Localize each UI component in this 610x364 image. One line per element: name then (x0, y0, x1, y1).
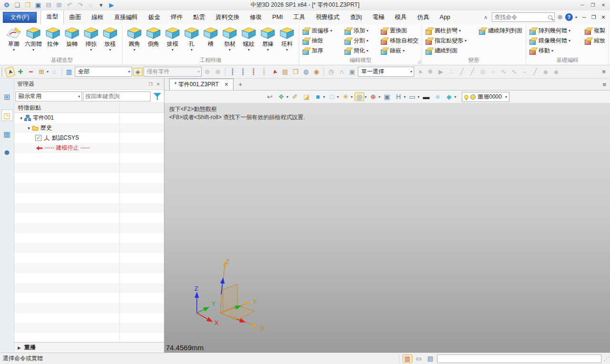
chevron-down-icon[interactable]: ▾ (410, 70, 412, 74)
chevron-down-icon[interactable]: ▾ (337, 95, 339, 99)
cursor-tool-icon[interactable]: ➤ (415, 66, 426, 78)
add-shape-button[interactable]: 添加▾ (344, 27, 380, 35)
cylindrical-bend-button[interactable]: 圓柱折彎▾ (425, 27, 478, 35)
pattern-pick-group[interactable]: ⊞▾ (37, 68, 49, 76)
tab-list-menu-icon[interactable]: ≡ (602, 81, 606, 88)
chevron-down-icon[interactable]: ▾ (330, 29, 332, 33)
tab-mold[interactable]: 模具 (390, 10, 412, 24)
chevron-down-icon[interactable]: ▾ (172, 48, 173, 52)
replay-control-icon[interactable]: ▶ (436, 68, 446, 76)
remove-self-intersection-button[interactable]: 移除自相交 (380, 37, 419, 45)
dimension-display-icon[interactable]: H (394, 92, 403, 101)
chevron-down-icon[interactable]: ▾ (366, 49, 368, 53)
chevron-down-icon[interactable]: ▾ (323, 95, 325, 99)
history-manager-icon[interactable]: ⊞ (1, 91, 13, 102)
tab-tools[interactable]: 工具 (288, 10, 311, 24)
pick-list-next-icon[interactable]: ┋ (249, 68, 258, 76)
exit-environment-icon[interactable]: ↩ (265, 92, 274, 101)
dialog-launcher-icon[interactable]: ◿ (417, 59, 421, 64)
visibility-group[interactable]: ❖▾ (276, 92, 288, 101)
sweep-button[interactable]: 掃掠 ▾ (81, 25, 101, 52)
hole-button[interactable]: 孔 ▾ (182, 25, 201, 52)
offset-face-button[interactable]: 面偏移▾ (302, 27, 344, 35)
window-minimize-icon[interactable]: ─ (578, 1, 587, 10)
tab-sheet-metal[interactable]: 鈑金 (143, 10, 165, 24)
doc-minimize-icon[interactable]: ─ (580, 13, 589, 21)
line-point-icon[interactable]: ╱ (530, 68, 540, 76)
open-file-icon[interactable]: ❒ (23, 1, 32, 10)
tab-point-cloud[interactable]: 點雲 (188, 10, 210, 24)
lasso-pick-icon[interactable]: ◌ (50, 68, 59, 76)
image-frame-icon[interactable]: ▣ (382, 92, 392, 101)
prompt-toggle-icon[interactable]: ▥ (403, 354, 412, 363)
divide-button[interactable]: 分割▾ (344, 37, 380, 45)
qat-options-icon[interactable]: ▾ (96, 1, 106, 10)
add-to-pick-icon[interactable]: ✚ (16, 68, 25, 76)
chevron-down-icon[interactable]: ▾ (404, 95, 406, 99)
eraser-icon[interactable]: ✐ (290, 92, 300, 101)
chevron-down-icon[interactable]: ▾ (551, 49, 553, 53)
doc-restore-icon[interactable]: ❐ (589, 13, 599, 21)
pick-list-last-icon[interactable]: ┋ (259, 68, 269, 76)
document-tab[interactable]: * 零件001.Z3PRT ✕ (169, 79, 234, 90)
section-view-group[interactable]: ✳▾ (341, 92, 353, 101)
shell-button[interactable]: 抽殼 (302, 37, 344, 45)
deform-by-points-button[interactable]: 指定點變形▾ (425, 37, 478, 45)
chevron-down-icon[interactable]: ▾ (267, 48, 269, 52)
wrap-to-face-button[interactable]: 纏繞到面 (425, 47, 478, 55)
new-file-icon[interactable]: ❏ (12, 1, 22, 10)
chevron-down-icon[interactable]: ▾ (78, 94, 80, 99)
toolbar-drag-handle[interactable] (1, 68, 3, 76)
help-icon[interactable]: ? (565, 13, 573, 21)
command-search[interactable] (492, 12, 555, 22)
regenerate-icon[interactable]: ◌ (86, 1, 95, 10)
wireframe-display-group[interactable]: □▾ (327, 92, 339, 101)
checkbox-checked[interactable]: ✓ (35, 135, 41, 141)
chevron-down-icon[interactable]: ▾ (248, 48, 250, 52)
visual-manager-icon[interactable]: ◳ (1, 110, 13, 121)
tab-surface[interactable]: 曲面 (64, 10, 86, 24)
browse-library-icon[interactable]: ◍ (301, 68, 311, 76)
chevron-down-icon[interactable]: ▾ (351, 95, 353, 99)
tab-wireframe[interactable]: 線框 (86, 10, 109, 24)
rib-button[interactable]: 肋材 ▾ (220, 25, 239, 52)
scale-button[interactable]: 縮放 (584, 37, 606, 45)
display-mode-icon[interactable]: ▭ (407, 92, 417, 101)
line-angle-icon[interactable]: ╱ (468, 68, 477, 76)
tab-electrode[interactable]: 電極 (367, 10, 390, 24)
batch-print-icon[interactable]: ⊞ (54, 1, 64, 10)
window-restore-icon[interactable]: ❐ (588, 1, 598, 10)
view-manager-icon[interactable]: ▦ (1, 128, 13, 140)
chevron-down-icon[interactable]: ▾ (286, 95, 288, 99)
print-icon[interactable]: ⊟ (44, 1, 53, 10)
chevron-down-icon[interactable]: ▾ (128, 70, 130, 74)
monitor-toggle-icon[interactable]: ▭ (414, 354, 424, 363)
toolbar-options-icon[interactable]: ≡ (599, 68, 609, 76)
draft-button[interactable]: 拔模 ▾ (163, 25, 182, 52)
circle-boundary-icon[interactable]: ○ (488, 68, 498, 76)
entity-filter-bars-icon[interactable]: ▥ (64, 68, 74, 76)
line-two-point-icon[interactable]: ╱ (457, 68, 467, 76)
section-view-icon[interactable]: ✳ (341, 92, 350, 101)
chevron-down-icon[interactable]: ▾ (32, 48, 34, 52)
tab-direct-edit[interactable]: 直接編輯 (109, 10, 143, 24)
chevron-down-icon[interactable]: ▾ (403, 49, 405, 53)
save-file-icon[interactable]: ▣ (33, 1, 43, 10)
pick-pointer-icon[interactable]: ➤ (269, 66, 280, 78)
filter-funnel-icon[interactable] (153, 93, 161, 100)
chevron-down-icon[interactable]: ▾ (47, 70, 49, 74)
tree-search-input[interactable] (85, 93, 148, 100)
chevron-down-icon[interactable]: ▾ (90, 48, 92, 52)
pattern-geometry-button[interactable]: 陣列幾何體▾ (529, 27, 584, 35)
chevron-down-icon[interactable]: ▾ (569, 39, 570, 43)
command-search-input[interactable] (494, 14, 547, 20)
orient-view-icon[interactable]: ⊕ (368, 92, 378, 101)
tab-pmi[interactable]: PMI (267, 11, 288, 23)
tab-data-exchange[interactable]: 資料交換 (210, 10, 244, 24)
background-color-icon[interactable]: ■ (433, 92, 442, 101)
display-mode-group[interactable]: ▭▾ (407, 92, 419, 101)
gear-icon[interactable]: ❋ (557, 13, 563, 21)
tab-close-icon[interactable]: ✕ (224, 81, 228, 88)
visibility-icon[interactable]: ❖ (276, 92, 286, 101)
graphics-canvas[interactable]: 按下<F2>動態觀察 <F8>或者<Shift-roll> 查找下一個有效的篩檢… (164, 103, 610, 353)
